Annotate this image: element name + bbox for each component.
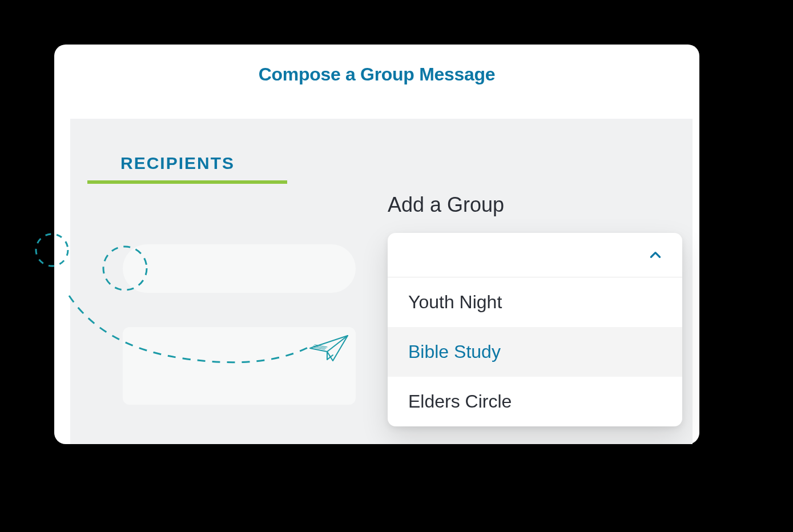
dropdown-option-label: Bible Study [408,341,501,362]
compose-card: Compose a Group Message RECIPIENTS Add a… [54,45,699,444]
dashed-trail-decoration [35,233,355,381]
recipients-panel: RECIPIENTS Add a Group [70,119,693,444]
tab-recipients-label: RECIPIENTS [120,154,235,173]
dropdown-option-label: Elders Circle [408,391,512,412]
add-group-label: Add a Group [388,193,504,217]
dropdown-option-bible-study[interactable]: Bible Study [388,327,682,377]
dropdown-option-label: Youth Night [408,292,502,313]
card-title: Compose a Group Message [54,64,699,85]
tab-recipients[interactable]: RECIPIENTS [87,146,287,184]
paper-plane-icon [308,332,353,364]
chevron-up-icon [648,248,663,263]
dropdown-option-youth-night[interactable]: Youth Night [388,277,682,327]
svg-point-1 [103,247,147,290]
group-dropdown[interactable]: Youth Night Bible Study Elders Circle [388,233,682,426]
dropdown-option-elders-circle[interactable]: Elders Circle [388,377,682,426]
dropdown-header[interactable] [388,233,682,277]
svg-point-0 [36,234,68,266]
